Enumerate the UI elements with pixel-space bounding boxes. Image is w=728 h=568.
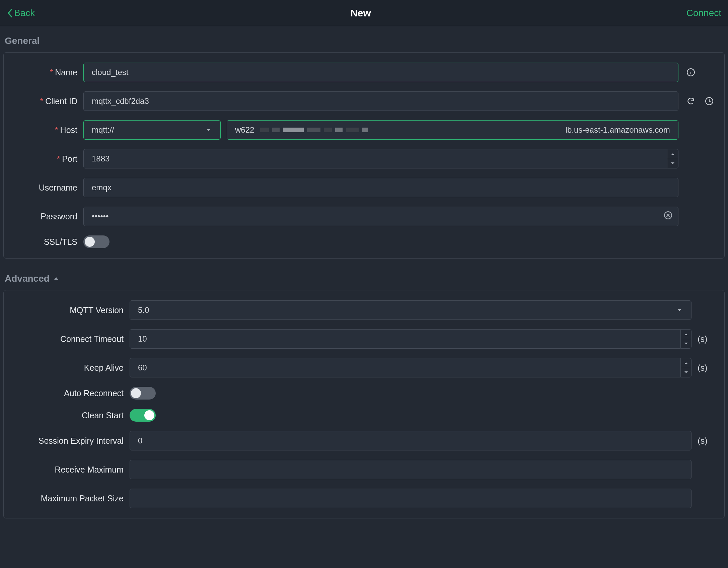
auto-reconnect-toggle[interactable] xyxy=(130,387,156,400)
ssl-label: SSL/TLS xyxy=(12,237,83,247)
session-expiry-unit: (s) xyxy=(698,436,716,446)
info-icon[interactable] xyxy=(684,68,697,77)
section-title-general: General xyxy=(3,36,725,52)
ssl-toggle[interactable] xyxy=(83,235,110,248)
max-packet-size-label: Maximum Packet Size xyxy=(12,494,130,503)
header-bar: Back New Connect xyxy=(0,0,728,26)
keep-alive-spinner xyxy=(680,358,691,377)
scheme-value: mqtt:// xyxy=(92,125,114,135)
keep-alive-step-down[interactable] xyxy=(681,368,691,377)
connect-timeout-label: Connect Timeout xyxy=(12,334,130,344)
back-button[interactable]: Back xyxy=(7,8,35,18)
section-title-advanced[interactable]: Advanced xyxy=(3,273,725,290)
caret-up-icon xyxy=(53,275,60,282)
host-label: *Host xyxy=(12,125,83,135)
host-prefix: w622 xyxy=(235,125,254,135)
mqtt-version-select[interactable]: 5.0 xyxy=(130,300,691,320)
max-packet-size-input[interactable] xyxy=(130,489,691,508)
password-label: Password xyxy=(12,212,83,221)
host-input[interactable]: w622 lb.us-east-1.amazonaws.com xyxy=(227,120,678,140)
connect-timeout-step-down[interactable] xyxy=(681,339,691,349)
username-input[interactable] xyxy=(83,178,678,197)
password-input[interactable] xyxy=(83,207,678,226)
port-label: *Port xyxy=(12,154,83,164)
port-input[interactable] xyxy=(83,149,667,168)
clear-password-icon[interactable] xyxy=(664,211,672,222)
back-label: Back xyxy=(14,8,35,18)
connect-timeout-spinner xyxy=(680,329,691,349)
keep-alive-input[interactable] xyxy=(130,358,680,377)
session-expiry-input[interactable] xyxy=(130,431,691,450)
mqtt-version-label: MQTT Version xyxy=(12,305,130,315)
advanced-panel: MQTT Version 5.0 Connect Timeout xyxy=(3,290,725,518)
chevron-down-icon xyxy=(205,126,212,134)
keep-alive-unit: (s) xyxy=(698,363,716,373)
page-title: New xyxy=(350,7,371,19)
name-label: *Name xyxy=(12,68,83,77)
receive-max-label: Receive Maximum xyxy=(12,465,130,475)
mqtt-version-value: 5.0 xyxy=(138,305,149,315)
client-id-label: *Client ID xyxy=(12,96,83,106)
auto-reconnect-label: Auto Reconnect xyxy=(12,388,130,398)
connect-button[interactable]: Connect xyxy=(686,8,721,18)
scheme-select[interactable]: mqtt:// xyxy=(83,120,221,140)
chevron-left-icon xyxy=(7,8,13,18)
port-step-down[interactable] xyxy=(667,159,678,168)
refresh-icon[interactable] xyxy=(684,97,697,105)
receive-max-input[interactable] xyxy=(130,460,691,479)
keep-alive-step-up[interactable] xyxy=(681,358,691,368)
username-label: Username xyxy=(12,183,83,193)
port-step-up[interactable] xyxy=(667,149,678,159)
chevron-down-icon xyxy=(676,306,683,314)
connect-timeout-step-up[interactable] xyxy=(681,330,691,339)
clean-start-label: Clean Start xyxy=(12,411,130,420)
host-suffix: lb.us-east-1.amazonaws.com xyxy=(566,125,670,135)
connect-timeout-input[interactable] xyxy=(130,329,680,349)
port-spinner xyxy=(667,149,678,168)
connect-timeout-unit: (s) xyxy=(698,334,716,344)
history-icon[interactable] xyxy=(703,97,716,105)
host-redacted xyxy=(258,128,562,132)
name-input[interactable] xyxy=(83,63,678,82)
keep-alive-label: Keep Alive xyxy=(12,363,130,373)
client-id-input[interactable] xyxy=(83,91,678,111)
session-expiry-label: Session Expiry Interval xyxy=(12,436,130,446)
general-panel: *Name *Client ID xyxy=(3,52,725,259)
clean-start-toggle[interactable] xyxy=(130,409,156,422)
